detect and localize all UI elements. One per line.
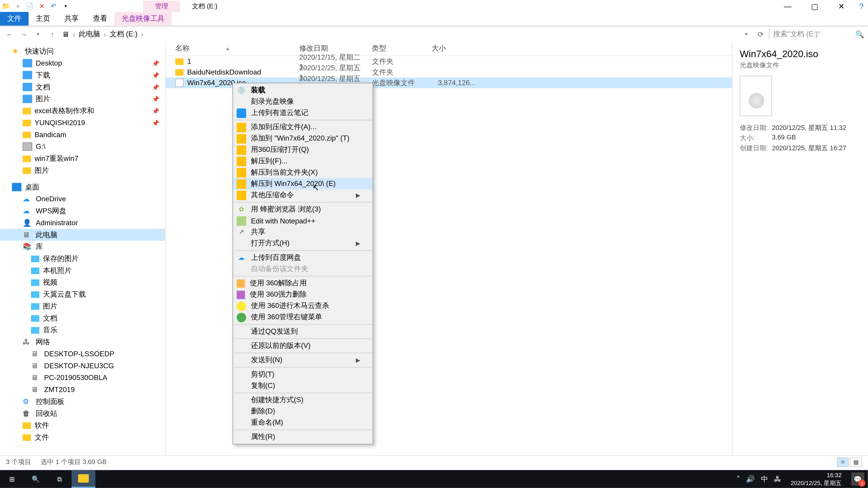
nav-g-drive[interactable]: G:\: [0, 140, 165, 153]
tab-home[interactable]: 主页: [29, 12, 57, 26]
nav-videos[interactable]: 视频: [0, 276, 165, 289]
menu-properties[interactable]: 属性(R): [233, 431, 373, 443]
qat-undo-icon[interactable]: ↶: [49, 1, 58, 11]
nav-pc4[interactable]: 🖥ZMT2019: [0, 384, 165, 396]
chevron-right-icon[interactable]: ›: [71, 30, 76, 38]
search-input[interactable]: 搜索"文档 (E:)" 🔍: [769, 29, 864, 39]
menu-restore-previous[interactable]: 还原以前的版本(V): [233, 340, 373, 352]
nav-software[interactable]: 软件: [0, 419, 165, 431]
menu-send-to[interactable]: 发送到(N)▶: [233, 355, 373, 366]
menu-cut[interactable]: 剪切(T): [233, 369, 373, 380]
nav-pictures[interactable]: 图片📌: [0, 93, 165, 105]
menu-extract-named[interactable]: 解压到 Win7x64_2020\ (E): [233, 178, 373, 189]
crumb-dropdown[interactable]: ▾: [740, 32, 752, 37]
chevron-right-icon[interactable]: ›: [140, 30, 145, 38]
col-size[interactable]: 大小: [432, 43, 479, 54]
nav-control-panel[interactable]: ⚙控制面板: [0, 396, 165, 408]
nav-recycle[interactable]: 🗑回收站: [0, 408, 165, 420]
nav-libraries[interactable]: 📚库: [0, 240, 165, 253]
tab-file[interactable]: 文件: [0, 12, 29, 26]
menu-qq-send[interactable]: 通过QQ发送到: [233, 326, 373, 337]
nav-downloads[interactable]: 下载📌: [0, 69, 165, 81]
nav-music[interactable]: 音乐: [0, 324, 165, 336]
nav-admin[interactable]: 👤Administrator: [0, 217, 165, 229]
nav-documents2[interactable]: 文档: [0, 312, 165, 324]
menu-youdao[interactable]: 上传到有道云笔记: [233, 107, 373, 119]
table-row[interactable]: BaiduNetdiskDownload 2020/12/25, 星期五 1..…: [166, 67, 732, 77]
menu-share[interactable]: ↗共享: [233, 226, 373, 238]
nav-pc1[interactable]: 🖥DESKTOP-LSSOEDP: [0, 348, 165, 360]
menu-extract-here[interactable]: 解压到当前文件夹(X): [233, 167, 373, 178]
nav-pictures2[interactable]: 图片: [0, 164, 165, 176]
menu-open-360zip[interactable]: 用360压缩打开(Q): [233, 144, 373, 156]
nav-history-dropdown[interactable]: ▾: [32, 32, 44, 37]
nav-desktop-root[interactable]: 桌面: [0, 181, 165, 193]
nav-network[interactable]: 🖧网络: [0, 336, 165, 348]
maximize-button[interactable]: ▢: [801, 0, 828, 12]
qat-delete-icon[interactable]: ✕: [37, 1, 46, 11]
nav-saved-pictures[interactable]: 保存的图片: [0, 253, 165, 265]
nav-onedrive[interactable]: ☁OneDrive: [0, 193, 165, 205]
nav-wps[interactable]: ☁WPS网盘: [0, 205, 165, 217]
tab-view[interactable]: 查看: [86, 12, 115, 26]
view-details-button[interactable]: ≡: [837, 457, 849, 467]
menu-rename[interactable]: 重命名(M): [233, 417, 373, 428]
col-name[interactable]: 名称▲: [175, 43, 299, 54]
start-button[interactable]: ⊞: [0, 470, 24, 488]
nav-pc2[interactable]: 🖥DESKTOP-NJEU3CG: [0, 360, 165, 372]
tray-network-icon[interactable]: 🖧: [774, 475, 781, 483]
help-button[interactable]: ?: [855, 0, 868, 12]
menu-other-compress[interactable]: 其他压缩命令▶: [233, 190, 373, 201]
action-center-button[interactable]: 💬3: [851, 473, 864, 486]
menu-mount[interactable]: 💿装载: [233, 85, 373, 96]
nav-bandicam[interactable]: Bandicam: [0, 129, 165, 141]
table-row[interactable]: 1 2020/12/15, 星期二 1... 文件夹: [166, 56, 732, 67]
menu-delete[interactable]: 删除(D): [233, 406, 373, 417]
chevron-right-icon[interactable]: ›: [103, 30, 107, 38]
menu-notepadpp[interactable]: Edit with Notepad++: [233, 215, 373, 226]
menu-create-shortcut[interactable]: 创建快捷方式(S): [233, 394, 373, 406]
nav-up-button[interactable]: ↑: [46, 30, 59, 38]
menu-extract-to[interactable]: 解压到(F)...: [233, 156, 373, 167]
menu-burn[interactable]: 刻录光盘映像: [233, 96, 373, 107]
menu-add-zip[interactable]: 添加到 "Win7x64_2020.zip" (T): [233, 133, 373, 144]
nav-yunqishi[interactable]: YUNQISHI2019📌: [0, 117, 165, 129]
qat-dropdown-icon[interactable]: ▾: [61, 1, 70, 11]
refresh-button[interactable]: ⟳: [754, 30, 767, 38]
nav-quick-access[interactable]: ★快速访问: [0, 45, 165, 57]
tab-share[interactable]: 共享: [57, 12, 86, 26]
nav-excel[interactable]: excel表格制作求和📌: [0, 105, 165, 117]
search-button[interactable]: 🔍: [24, 470, 48, 488]
breadcrumb[interactable]: 🖥 › 此电脑 › 文档 (E:) ›: [61, 29, 738, 39]
close-button[interactable]: ✕: [828, 0, 855, 12]
qat-newfolder-icon[interactable]: 📄: [25, 1, 35, 11]
menu-bee-browser[interactable]: ✿用 蜂蜜浏览器 浏览(3): [233, 204, 373, 215]
nav-desktop[interactable]: Desktop📌: [0, 57, 165, 69]
nav-forward-button[interactable]: →: [18, 30, 30, 38]
menu-360-manage[interactable]: 使用 360管理右键菜单: [233, 312, 373, 323]
tray-chevron-up-icon[interactable]: ˄: [737, 475, 740, 483]
menu-360-scan[interactable]: 使用 360进行木马云查杀: [233, 300, 373, 312]
nav-documents[interactable]: 文档📌: [0, 81, 165, 93]
nav-this-pc[interactable]: 🖥此电脑: [0, 229, 165, 241]
col-type[interactable]: 类型: [372, 43, 432, 54]
menu-open-with[interactable]: 打开方式(H)▶: [233, 238, 373, 249]
crumb-thispc[interactable]: 此电脑: [78, 29, 101, 39]
tab-disc-tools[interactable]: 光盘映像工具: [114, 12, 172, 26]
menu-baidu-upload[interactable]: ☁上传到百度网盘: [233, 252, 373, 263]
nav-pc3[interactable]: 🖥PC-20190530OBLA: [0, 372, 165, 384]
tray-ime-indicator[interactable]: 中: [761, 474, 768, 484]
task-view-button[interactable]: ⧉: [48, 470, 71, 488]
crumb-drive[interactable]: 文档 (E:): [108, 29, 139, 39]
nav-tianyi[interactable]: 天翼云盘下载: [0, 288, 165, 300]
tray-volume-icon[interactable]: 🔊: [746, 475, 755, 483]
view-large-button[interactable]: ▦: [850, 457, 862, 467]
nav-win7rw[interactable]: win7重装win7: [0, 153, 165, 164]
tray-clock[interactable]: 16:32 2020/12/25, 星期五: [787, 471, 845, 487]
nav-files[interactable]: 文件: [0, 431, 165, 443]
menu-360-unlock[interactable]: 使用 360解除占用: [233, 278, 373, 289]
menu-copy[interactable]: 复制(C): [233, 380, 373, 391]
nav-back-button[interactable]: ←: [4, 30, 16, 38]
menu-add-archive[interactable]: 添加到压缩文件(A)...: [233, 122, 373, 133]
minimize-button[interactable]: —: [774, 0, 801, 12]
